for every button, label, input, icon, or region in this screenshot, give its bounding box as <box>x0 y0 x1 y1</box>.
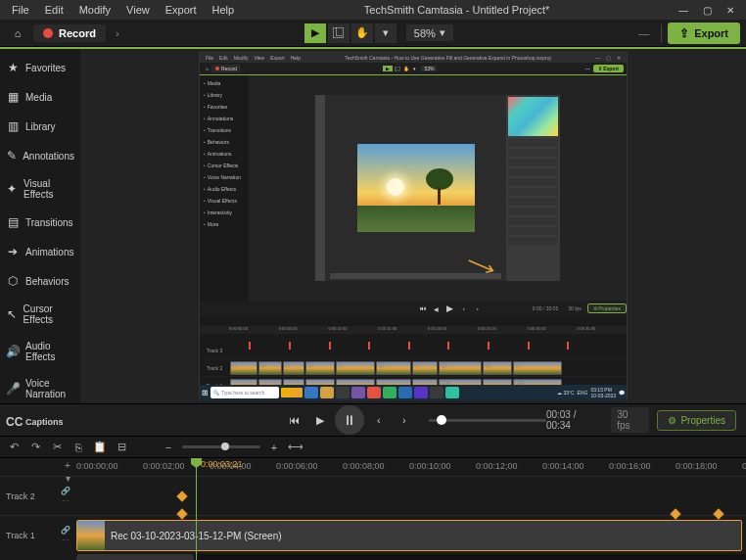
sidebar-behaviors[interactable]: ⬡Behaviors <box>0 266 80 296</box>
sidebar-library[interactable]: ▥Library <box>0 112 80 141</box>
track-1-body[interactable]: Rec 03-10-2023-03-15-12-PM (Screen) <box>74 516 746 554</box>
detach-canvas[interactable]: — <box>632 27 655 39</box>
nested-screenshot: FileEditModifyViewExportHelp TechSmith C… <box>199 52 628 400</box>
media-icon: ▦ <box>6 90 20 104</box>
playhead-time: 0:00:03;21 <box>201 459 243 469</box>
properties-button[interactable]: ⚙Properties <box>657 410 736 431</box>
next-frame-button[interactable]: › <box>394 409 415 431</box>
window-title: TechSmith Camtasia - Untitled Project* <box>242 4 672 16</box>
fps-display[interactable]: 30 fps <box>611 407 649 433</box>
zoom-out-button[interactable]: − <box>161 440 176 455</box>
seek-knob[interactable] <box>437 415 446 425</box>
step-back-button[interactable]: ▶ <box>309 409 331 431</box>
canvas[interactable]: FileEditModifyViewExportHelp TechSmith C… <box>80 49 746 403</box>
sidebar-annotations[interactable]: ✎Annotations <box>0 141 80 170</box>
speaker-icon: 🔊 <box>6 345 20 358</box>
upload-icon: ⇪ <box>679 26 689 40</box>
track-1-menu[interactable]: ⋯ <box>62 536 70 544</box>
sparkle-icon: ✦ <box>6 182 18 196</box>
sidebar-favorites[interactable]: ★Favorites <box>0 53 80 82</box>
menu-edit[interactable]: Edit <box>37 2 71 18</box>
menu-export[interactable]: Export <box>158 2 205 18</box>
clip-thumbnail <box>77 521 105 550</box>
track-1-header[interactable]: Track 1 <box>0 531 57 540</box>
arrow-icon: ➔ <box>6 245 20 258</box>
chevron-down-icon: ▾ <box>440 26 445 39</box>
prev-frame-button[interactable]: ‹ <box>368 409 390 431</box>
divider <box>661 24 662 42</box>
star-icon: ★ <box>6 61 20 74</box>
sidebar-cursor-effects[interactable]: ↖Cursor Effects <box>0 296 80 333</box>
split-button[interactable]: ⊟ <box>114 440 129 455</box>
menu-modify[interactable]: Modify <box>71 2 118 18</box>
sidebar: ★Favorites ▦Media ▥Library ✎Annotations … <box>0 49 80 403</box>
track-2-link[interactable]: 🔗 <box>61 487 70 495</box>
scrollbar-thumb[interactable] <box>76 554 194 560</box>
zoom-knob[interactable] <box>221 443 229 450</box>
zoom-fit-button[interactable]: ⟷ <box>288 440 303 455</box>
time-display: 00:03 / 00:34 <box>546 409 603 431</box>
playback-bar: ⏮ ▶ ⏸ ‹ › 00:03 / 00:34 30 fps ⚙Properti… <box>0 403 746 437</box>
mic-icon: 🎤 <box>6 382 20 396</box>
record-button[interactable]: Record <box>33 24 106 42</box>
nested-playback: ⏮◀▶‹› 0:00 / 30:05 30 fps ⚙ Properties <box>200 301 627 316</box>
cut-button[interactable]: ✂ <box>49 440 65 455</box>
clip-screen-recording[interactable]: Rec 03-10-2023-03-15-12-PM (Screen) <box>76 520 742 551</box>
paste-button[interactable]: 📋 <box>92 440 108 455</box>
crop-tool[interactable]: ⿺ <box>328 23 350 43</box>
redo-button[interactable]: ↷ <box>27 440 43 455</box>
record-label: Record <box>59 27 96 39</box>
menu-help[interactable]: Help <box>205 2 243 18</box>
record-dropdown[interactable]: › <box>110 27 125 39</box>
zoom-in-button[interactable]: + <box>266 440 282 455</box>
edit-tool[interactable]: ▶ <box>304 23 326 43</box>
timeline-ruler[interactable]: 0:00:00;000:00:02;000:00:04;000:00:06;00… <box>0 458 746 476</box>
hex-icon: ⬡ <box>6 274 20 288</box>
timeline: 0:00:03;21 + ▾ 0:00:00;000:00:02;000:00:… <box>0 458 746 560</box>
sidebar-captions[interactable]: CCCaptions <box>0 407 80 437</box>
nested-windows-taskbar: ⊞ 🔍Type here to search ☁ 33°C ENG 03:15 … <box>200 385 627 400</box>
sidebar-voice-narration[interactable]: 🎤Voice Narration <box>0 370 80 407</box>
nested-sidebar: MediaLibraryFavorites AnnotationsTransit… <box>200 75 249 301</box>
pencil-icon: ✎ <box>6 149 17 163</box>
timeline-zoom-slider[interactable] <box>182 445 260 448</box>
undo-button[interactable]: ↶ <box>6 440 22 455</box>
pause-button[interactable]: ⏸ <box>335 405 364 435</box>
maximize-button[interactable]: ▢ <box>695 2 719 18</box>
track-2-body[interactable] <box>74 477 746 515</box>
timeline-scrollbar[interactable] <box>76 554 746 560</box>
main-area: ★Favorites ▦Media ▥Library ✎Annotations … <box>0 49 746 403</box>
copy-button[interactable]: ⎘ <box>70 440 86 455</box>
prev-clip-button[interactable]: ⏮ <box>284 409 305 431</box>
sidebar-transitions[interactable]: ▤Transitions <box>0 208 80 237</box>
keyframe[interactable] <box>176 490 187 501</box>
library-icon: ▥ <box>6 119 20 133</box>
track-2-menu[interactable]: ⋯ <box>62 496 70 505</box>
seek-slider[interactable] <box>429 419 546 422</box>
tool-dropdown[interactable]: ▾ <box>375 23 396 43</box>
sidebar-animations[interactable]: ➔Animations <box>0 237 80 266</box>
close-button[interactable]: ✕ <box>719 2 742 18</box>
playhead[interactable] <box>196 458 197 560</box>
sidebar-media[interactable]: ▦Media <box>0 82 80 112</box>
track-1-row: Track 1 🔗⋯ Rec 03-10-2023-03-15-12-PM (S… <box>0 515 746 554</box>
nested-title: TechSmith Camtasia - How to Use Generati… <box>303 55 592 61</box>
track-1-link[interactable]: 🔗 <box>61 526 70 535</box>
canvas-toolbar: ▶ ⿺ ✋ ▾ <box>304 23 396 43</box>
sidebar-audio-effects[interactable]: 🔊Audio Effects <box>0 333 80 370</box>
nested-timeline: 0:00:00:000:00:05:000:00:10:00 0:00:15:0… <box>200 326 627 385</box>
track-2-header[interactable]: Track 2 <box>0 491 57 501</box>
record-icon <box>43 28 53 38</box>
export-label: Export <box>694 27 728 39</box>
minimize-button[interactable]: — <box>672 2 695 18</box>
sidebar-visual-effects[interactable]: ✦Visual Effects <box>0 170 80 208</box>
photoshop-window <box>315 95 560 281</box>
sunset-photo <box>357 144 475 232</box>
zoom-level[interactable]: 58%▾ <box>406 24 453 41</box>
pan-tool[interactable]: ✋ <box>351 23 373 43</box>
export-button[interactable]: ⇪ Export <box>668 23 740 44</box>
track-2-row: Track 2 🔗⋯ <box>0 476 746 515</box>
home-button[interactable]: ⌂ <box>6 23 29 43</box>
menu-file[interactable]: File <box>4 2 37 18</box>
menu-view[interactable]: View <box>118 2 158 18</box>
